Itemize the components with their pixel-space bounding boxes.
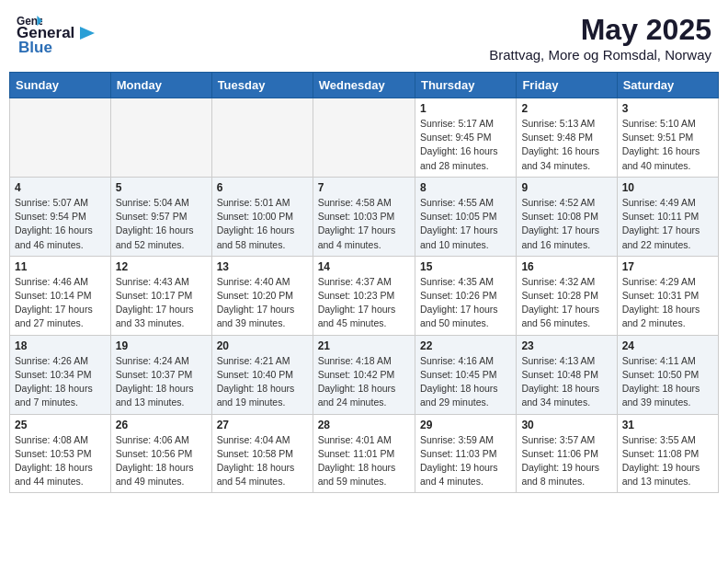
calendar-header-sunday: Sunday xyxy=(10,73,111,98)
logo: General General Blue xyxy=(17,13,98,57)
calendar-cell: 26Sunrise: 4:06 AMSunset: 10:56 PMDaylig… xyxy=(110,414,211,493)
day-content: Sunrise: 4:32 AMSunset: 10:28 PMDaylight… xyxy=(521,275,611,331)
calendar-cell: 4Sunrise: 5:07 AMSunset: 9:54 PMDaylight… xyxy=(10,177,111,256)
day-content: Sunrise: 4:01 AMSunset: 11:01 PMDaylight… xyxy=(318,433,410,489)
calendar-cell: 27Sunrise: 4:04 AMSunset: 10:58 PMDaylig… xyxy=(211,414,313,493)
calendar-cell: 20Sunrise: 4:21 AMSunset: 10:40 PMDaylig… xyxy=(211,335,313,414)
day-content: Sunrise: 4:43 AMSunset: 10:17 PMDaylight… xyxy=(116,275,207,331)
day-number: 27 xyxy=(217,419,308,431)
day-content: Sunrise: 5:10 AMSunset: 9:51 PMDaylight:… xyxy=(622,117,713,173)
calendar-cell: 14Sunrise: 4:37 AMSunset: 10:23 PMDaylig… xyxy=(313,256,415,335)
calendar-cell: 8Sunrise: 4:55 AMSunset: 10:05 PMDayligh… xyxy=(415,177,516,256)
calendar-cell xyxy=(10,98,111,178)
calendar-week-2: 4Sunrise: 5:07 AMSunset: 9:54 PMDaylight… xyxy=(10,177,719,256)
day-number: 17 xyxy=(622,260,713,273)
title-area: May 2025 Brattvag, More og Romsdal, Norw… xyxy=(489,13,711,63)
calendar-cell: 11Sunrise: 4:46 AMSunset: 10:14 PMDaylig… xyxy=(10,256,111,335)
calendar-cell: 28Sunrise: 4:01 AMSunset: 11:01 PMDaylig… xyxy=(313,414,415,493)
day-content: Sunrise: 4:06 AMSunset: 10:56 PMDaylight… xyxy=(116,433,207,489)
logo-blue: Blue xyxy=(18,39,52,56)
calendar-cell: 22Sunrise: 4:16 AMSunset: 10:45 PMDaylig… xyxy=(415,335,516,414)
day-number: 22 xyxy=(420,339,511,352)
day-content: Sunrise: 5:13 AMSunset: 9:48 PMDaylight:… xyxy=(521,117,611,173)
day-content: Sunrise: 4:18 AMSunset: 10:42 PMDaylight… xyxy=(318,354,410,410)
day-content: Sunrise: 4:52 AMSunset: 10:08 PMDaylight… xyxy=(521,196,611,252)
day-content: Sunrise: 5:17 AMSunset: 9:45 PMDaylight:… xyxy=(420,117,511,173)
calendar-header-tuesday: Tuesday xyxy=(211,73,313,98)
day-number: 2 xyxy=(521,102,611,115)
day-content: Sunrise: 4:35 AMSunset: 10:26 PMDaylight… xyxy=(420,275,511,331)
calendar-header-wednesday: Wednesday xyxy=(313,73,415,98)
day-number: 4 xyxy=(15,181,106,194)
calendar-cell: 12Sunrise: 4:43 AMSunset: 10:17 PMDaylig… xyxy=(110,256,211,335)
calendar-header-row: SundayMondayTuesdayWednesdayThursdayFrid… xyxy=(10,73,719,98)
calendar-week-4: 18Sunrise: 4:26 AMSunset: 10:34 PMDaylig… xyxy=(10,335,719,414)
day-content: Sunrise: 4:40 AMSunset: 10:20 PMDaylight… xyxy=(217,275,308,331)
day-content: Sunrise: 4:29 AMSunset: 10:31 PMDaylight… xyxy=(622,275,713,331)
day-content: Sunrise: 4:26 AMSunset: 10:34 PMDaylight… xyxy=(15,354,106,410)
calendar-week-1: 1Sunrise: 5:17 AMSunset: 9:45 PMDaylight… xyxy=(10,98,719,178)
calendar-cell: 24Sunrise: 4:11 AMSunset: 10:50 PMDaylig… xyxy=(617,335,718,414)
day-number: 25 xyxy=(15,419,106,431)
day-number: 24 xyxy=(622,339,713,352)
day-content: Sunrise: 3:59 AMSunset: 11:03 PMDaylight… xyxy=(420,433,511,489)
day-content: Sunrise: 4:58 AMSunset: 10:03 PMDaylight… xyxy=(318,196,410,252)
day-content: Sunrise: 4:46 AMSunset: 10:14 PMDaylight… xyxy=(15,275,106,331)
calendar-cell xyxy=(110,98,211,178)
calendar-cell: 31Sunrise: 3:55 AMSunset: 11:08 PMDaylig… xyxy=(617,414,718,493)
calendar-cell: 25Sunrise: 4:08 AMSunset: 10:53 PMDaylig… xyxy=(10,414,111,493)
day-content: Sunrise: 4:13 AMSunset: 10:48 PMDaylight… xyxy=(521,354,611,410)
calendar-cell: 15Sunrise: 4:35 AMSunset: 10:26 PMDaylig… xyxy=(415,256,516,335)
calendar-cell: 1Sunrise: 5:17 AMSunset: 9:45 PMDaylight… xyxy=(415,98,516,178)
day-content: Sunrise: 4:24 AMSunset: 10:37 PMDaylight… xyxy=(116,354,207,410)
day-number: 6 xyxy=(217,181,308,194)
page-title: May 2025 xyxy=(489,13,711,47)
calendar-cell xyxy=(211,98,313,178)
day-content: Sunrise: 3:57 AMSunset: 11:06 PMDaylight… xyxy=(521,433,611,489)
calendar-week-5: 25Sunrise: 4:08 AMSunset: 10:53 PMDaylig… xyxy=(10,414,719,493)
day-number: 1 xyxy=(420,102,511,115)
day-content: Sunrise: 4:08 AMSunset: 10:53 PMDaylight… xyxy=(15,433,106,489)
day-content: Sunrise: 4:49 AMSunset: 10:11 PMDaylight… xyxy=(622,196,713,252)
day-content: Sunrise: 4:16 AMSunset: 10:45 PMDaylight… xyxy=(420,354,511,410)
day-number: 20 xyxy=(217,339,308,352)
day-number: 29 xyxy=(420,419,511,431)
calendar-cell: 6Sunrise: 5:01 AMSunset: 10:00 PMDayligh… xyxy=(211,177,313,256)
day-content: Sunrise: 5:04 AMSunset: 9:57 PMDaylight:… xyxy=(116,196,207,252)
day-number: 23 xyxy=(521,339,611,352)
calendar-header-thursday: Thursday xyxy=(415,73,516,98)
calendar-cell: 7Sunrise: 4:58 AMSunset: 10:03 PMDayligh… xyxy=(313,177,415,256)
day-number: 31 xyxy=(622,419,713,431)
day-number: 19 xyxy=(116,339,207,352)
calendar-cell: 30Sunrise: 3:57 AMSunset: 11:06 PMDaylig… xyxy=(517,414,617,493)
day-number: 28 xyxy=(318,419,410,431)
calendar-cell: 23Sunrise: 4:13 AMSunset: 10:48 PMDaylig… xyxy=(517,335,617,414)
calendar-cell: 17Sunrise: 4:29 AMSunset: 10:31 PMDaylig… xyxy=(617,256,718,335)
page-subtitle: Brattvag, More og Romsdal, Norway xyxy=(489,47,711,63)
day-number: 13 xyxy=(217,260,308,273)
day-number: 8 xyxy=(420,181,511,194)
day-number: 15 xyxy=(420,260,511,273)
day-number: 5 xyxy=(116,181,207,194)
calendar-cell: 29Sunrise: 3:59 AMSunset: 11:03 PMDaylig… xyxy=(415,414,516,493)
calendar-cell: 19Sunrise: 4:24 AMSunset: 10:37 PMDaylig… xyxy=(110,335,211,414)
day-number: 11 xyxy=(15,260,106,273)
day-number: 14 xyxy=(318,260,410,273)
calendar-cell: 2Sunrise: 5:13 AMSunset: 9:48 PMDaylight… xyxy=(517,98,617,178)
day-content: Sunrise: 4:21 AMSunset: 10:40 PMDaylight… xyxy=(217,354,308,410)
day-number: 10 xyxy=(622,181,713,194)
svg-marker-2 xyxy=(80,27,95,40)
day-content: Sunrise: 5:07 AMSunset: 9:54 PMDaylight:… xyxy=(15,196,106,252)
calendar-cell: 5Sunrise: 5:04 AMSunset: 9:57 PMDaylight… xyxy=(110,177,211,256)
day-number: 16 xyxy=(521,260,611,273)
calendar-week-3: 11Sunrise: 4:46 AMSunset: 10:14 PMDaylig… xyxy=(10,256,719,335)
day-number: 30 xyxy=(521,419,611,431)
calendar-cell: 13Sunrise: 4:40 AMSunset: 10:20 PMDaylig… xyxy=(211,256,313,335)
day-number: 7 xyxy=(318,181,410,194)
day-number: 3 xyxy=(622,102,713,115)
day-content: Sunrise: 4:37 AMSunset: 10:23 PMDaylight… xyxy=(318,275,410,331)
calendar-cell: 21Sunrise: 4:18 AMSunset: 10:42 PMDaylig… xyxy=(313,335,415,414)
day-number: 9 xyxy=(521,181,611,194)
calendar-table: SundayMondayTuesdayWednesdayThursdayFrid… xyxy=(9,72,719,493)
calendar-cell: 16Sunrise: 4:32 AMSunset: 10:28 PMDaylig… xyxy=(517,256,617,335)
